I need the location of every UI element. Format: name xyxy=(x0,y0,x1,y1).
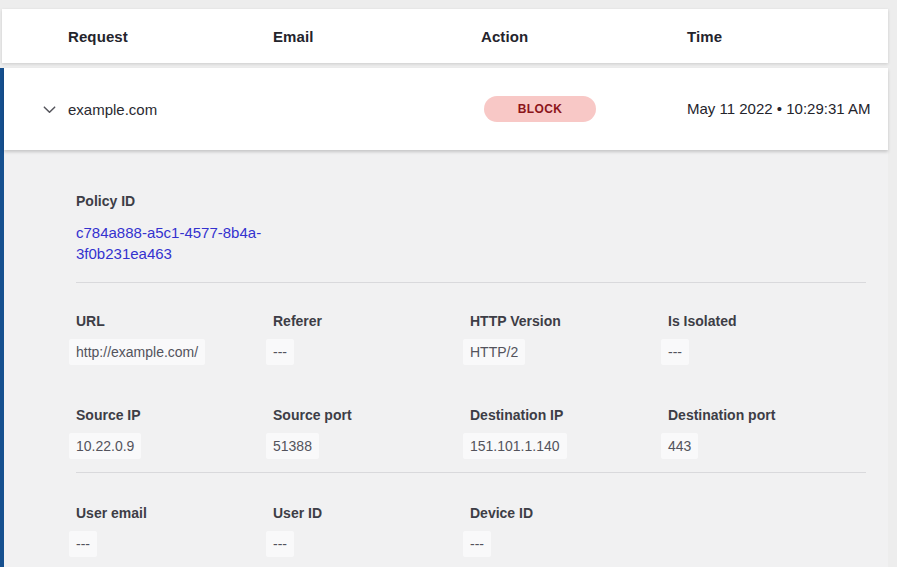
detail-field-user-id: User ID --- xyxy=(273,505,470,554)
chevron-down-icon xyxy=(42,102,57,117)
detail-field-referer: Referer --- xyxy=(273,313,470,362)
field-value: http://example.com/ xyxy=(76,342,273,362)
detail-field-destination-port: Destination port 443 xyxy=(668,407,866,456)
detail-field-policy-id: Policy ID c784a888-a5c1-4577-8b4a-3f0b23… xyxy=(76,193,866,264)
detail-row-network: Source IP 10.22.0.9 Source port 51388 De… xyxy=(76,407,866,456)
field-label: URL xyxy=(76,313,273,330)
field-label: Destination port xyxy=(668,407,866,424)
column-header-email: Email xyxy=(273,28,481,45)
expanded-log-entry: example.com BLOCK May 11 2022 • 10:29:31… xyxy=(0,68,888,567)
time-value: May 11 2022 • 10:29:31 AM xyxy=(687,97,882,121)
field-label: Policy ID xyxy=(76,193,866,210)
field-label: Is Isolated xyxy=(668,313,866,330)
detail-field-http-version: HTTP Version HTTP/2 xyxy=(470,313,668,362)
field-label: User ID xyxy=(273,505,470,522)
field-label: User email xyxy=(76,505,273,522)
field-label: Referer xyxy=(273,313,470,330)
collapse-row-button[interactable] xyxy=(40,100,58,118)
field-value: --- xyxy=(76,534,273,554)
detail-field-source-ip: Source IP 10.22.0.9 xyxy=(76,407,273,456)
field-label: Device ID xyxy=(470,505,668,522)
detail-field-empty xyxy=(668,505,866,554)
detail-field-destination-ip: Destination IP 151.101.1.140 xyxy=(470,407,668,456)
block-status-badge: BLOCK xyxy=(484,96,596,122)
field-value: --- xyxy=(273,534,470,554)
section-divider xyxy=(76,282,866,283)
field-value: 51388 xyxy=(273,436,470,456)
field-value: --- xyxy=(668,342,866,362)
detail-field-user-email: User email --- xyxy=(76,505,273,554)
detail-field-device-id: Device ID --- xyxy=(470,505,668,554)
field-value: 151.101.1.140 xyxy=(470,436,668,456)
field-value: HTTP/2 xyxy=(470,342,668,362)
log-detail-panel: Policy ID c784a888-a5c1-4577-8b4a-3f0b23… xyxy=(4,150,888,567)
section-divider xyxy=(76,472,866,473)
request-value: example.com xyxy=(68,101,273,118)
field-label: HTTP Version xyxy=(470,313,668,330)
detail-row-http: URL http://example.com/ Referer --- HTTP… xyxy=(76,313,866,362)
field-label: Destination IP xyxy=(470,407,668,424)
action-cell: BLOCK xyxy=(481,96,687,122)
field-value: --- xyxy=(273,342,470,362)
field-value: 10.22.0.9 xyxy=(76,436,273,456)
field-label: Source port xyxy=(273,407,470,424)
detail-field-is-isolated: Is Isolated --- xyxy=(668,313,866,362)
column-header-action: Action xyxy=(481,28,687,45)
policy-id-link[interactable]: c784a888-a5c1-4577-8b4a-3f0b231ea463 xyxy=(76,222,281,264)
field-label: Source IP xyxy=(76,407,273,424)
expand-cell xyxy=(4,100,68,118)
detail-row-user: User email --- User ID --- Device ID --- xyxy=(76,505,866,554)
detail-field-url: URL http://example.com/ xyxy=(76,313,273,362)
detail-field-source-port: Source port 51388 xyxy=(273,407,470,456)
log-row[interactable]: example.com BLOCK May 11 2022 • 10:29:31… xyxy=(4,68,888,150)
column-header-time: Time xyxy=(687,28,888,45)
field-value: --- xyxy=(470,534,668,554)
field-value: 443 xyxy=(668,436,866,456)
column-header-request: Request xyxy=(68,28,273,45)
log-table-header: Request Email Action Time xyxy=(2,9,888,63)
